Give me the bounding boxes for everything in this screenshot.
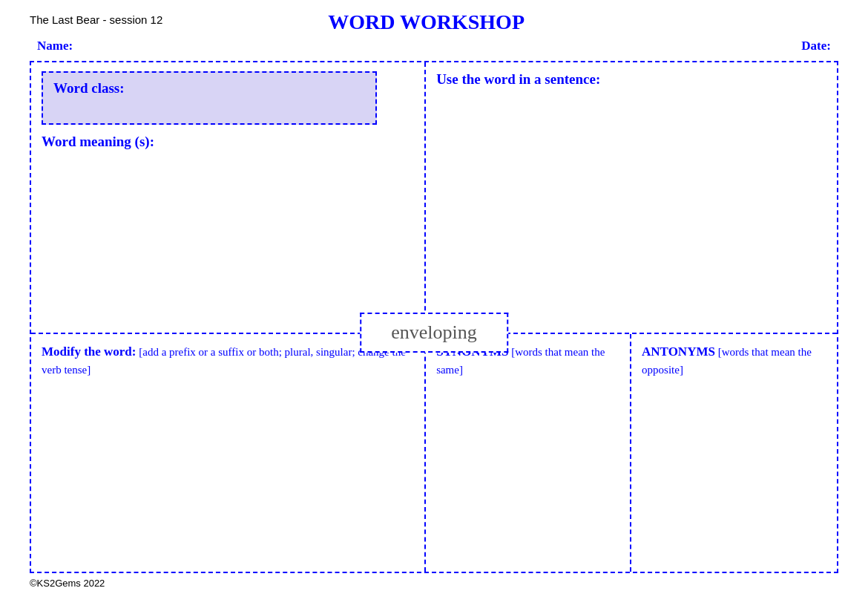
top-row: Word class: Word meaning (s): Use the wo… — [31, 62, 837, 334]
bottom-right: ANTONYMS [words that mean the opposite] — [631, 334, 837, 572]
word-meaning-label: Word meaning (s): — [42, 134, 414, 150]
session-label: The Last Bear - session 12 — [30, 13, 162, 26]
word-class-label: Word class: — [53, 80, 125, 96]
name-label: Name: — [37, 39, 73, 53]
copyright-label: ©KS2Gems 2022 — [30, 578, 105, 589]
use-sentence-label: Use the word in a sentence: — [436, 71, 826, 88]
modify-label: Modify the word: [add a prefix or a suff… — [42, 343, 414, 379]
bottom-middle: SYNONYMS [words that mean the same] — [426, 334, 631, 572]
bottom-left: Modify the word: [add a prefix or a suff… — [31, 334, 426, 572]
center-word-box: enveloping — [360, 313, 508, 353]
modify-bold: Modify the word: — [42, 344, 136, 359]
page: The Last Bear - session 12 WORD WORKSHOP… — [0, 0, 868, 614]
main-grid: Word class: Word meaning (s): Use the wo… — [30, 61, 838, 573]
word-class-content — [53, 97, 365, 116]
antonyms-bold: ANTONYMS — [642, 344, 715, 359]
name-date-row: Name: Date: — [30, 39, 838, 53]
center-word: enveloping — [391, 321, 477, 343]
bottom-row: Modify the word: [add a prefix or a suff… — [31, 334, 837, 572]
antonyms-label: ANTONYMS [words that mean the opposite] — [642, 343, 826, 379]
word-class-box: Word class: — [42, 71, 377, 125]
right-panel: Use the word in a sentence: — [426, 62, 837, 333]
left-panel: Word class: Word meaning (s): — [31, 62, 426, 333]
date-label: Date: — [801, 39, 831, 53]
header-top: The Last Bear - session 12 WORD WORKSHOP — [30, 13, 838, 34]
footer: ©KS2Gems 2022 — [30, 578, 838, 589]
main-title: WORD WORKSHOP — [162, 10, 690, 34]
